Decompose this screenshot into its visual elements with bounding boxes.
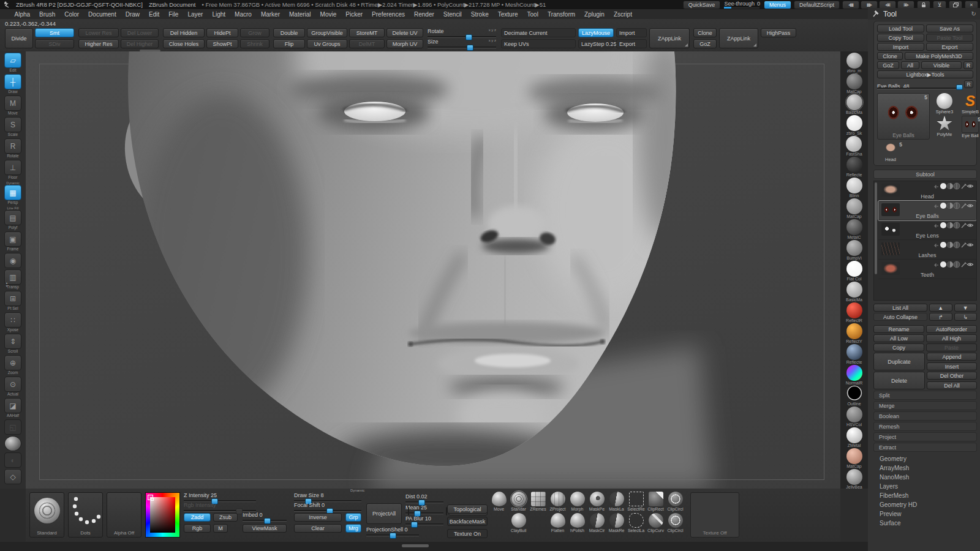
auto-collapse-toggle[interactable]: Auto Collapse (873, 313, 927, 321)
higher-res-button[interactable]: Higher Res (78, 39, 119, 48)
zapplink-button[interactable]: ZAppLink (649, 28, 690, 48)
left-tool-button[interactable]: ◉ (3, 253, 23, 268)
paste-tool-button[interactable]: Paste Tool (926, 34, 973, 42)
material-swatch[interactable]: BasicMa (846, 282, 862, 302)
decimate-current-button[interactable]: Decimate Current (501, 28, 576, 37)
document-canvas[interactable] (26, 51, 840, 489)
menu-item[interactable]: Movie (315, 11, 341, 18)
mrg-toggle[interactable]: Mrg (345, 524, 361, 533)
move-subtool-down-button[interactable]: ▼ (954, 304, 978, 312)
sdiv-slider[interactable]: SDiv (35, 39, 74, 48)
zsub-toggle[interactable]: Zsub (213, 513, 238, 522)
left-tool-button[interactable]: ⊕ Zoom (3, 355, 23, 375)
quicksave-button[interactable]: QuickSave (683, 1, 721, 9)
tool-item-simplebrush[interactable]: SimpleB (958, 93, 980, 114)
brush-item[interactable]: Morph (568, 492, 586, 512)
brush-item[interactable]: ClipCurv (647, 513, 665, 533)
tool-item-eyeball[interactable]: 5Eye Ball (958, 116, 980, 138)
material-swatch[interactable]: ZMetal (846, 427, 862, 448)
subtool-toggle-icons[interactable] (933, 182, 974, 190)
material-swatch[interactable]: BumpVi (846, 240, 862, 261)
palette-section-header[interactable]: NanoMesh (873, 473, 977, 482)
brush-item[interactable]: ZRemes (529, 492, 547, 512)
paste-subtool-button[interactable]: Paste (926, 343, 977, 351)
subtool-subsection-header[interactable]: Project (873, 432, 977, 441)
del-all-button[interactable]: Del All (927, 381, 977, 389)
brush-item[interactable]: Move (490, 492, 508, 512)
double-toggle[interactable]: Double (273, 28, 305, 37)
menu-item[interactable]: Picker (341, 11, 368, 18)
left-tool-button[interactable]: ▣ Frame (3, 231, 23, 252)
material-swatch[interactable]: NormalR (846, 365, 863, 386)
tool-item-sphere3d[interactable]: Sphere3 (932, 93, 957, 114)
left-tool-button[interactable]: ⇕ Scroll (3, 334, 23, 354)
material-swatch[interactable]: ReflectR (846, 302, 862, 323)
pa-blur-handle[interactable] (411, 522, 418, 528)
clone-button[interactable]: Clone (693, 28, 717, 37)
palette-section-header[interactable]: Preview (873, 509, 977, 519)
material-swatch[interactable]: MatCap (846, 198, 862, 219)
palette-section-header[interactable]: Geometry HD (873, 500, 977, 509)
export-button[interactable]: Export (616, 39, 647, 48)
menu-item[interactable]: Render (410, 11, 439, 18)
brush-item[interactable] (490, 513, 508, 533)
subtool-row[interactable]: Lashes (878, 240, 976, 260)
current-alpha-thumbnail[interactable]: Alpha Off (107, 492, 141, 538)
sculpt-head-3d-model[interactable] (26, 51, 840, 489)
copy-tool-button[interactable]: Copy Tool (877, 34, 924, 42)
inverse-toggle[interactable]: Inverse (294, 513, 342, 522)
grp-toggle[interactable]: Grp (345, 513, 361, 522)
texture-off-thumbnail[interactable]: Texture Off (690, 492, 739, 538)
backfacemask-toggle[interactable]: BackfaceMask (447, 517, 488, 526)
del-lower-button[interactable]: Del Lower (121, 28, 159, 37)
menu-item[interactable]: Stroke (466, 11, 493, 18)
texture-on-toggle[interactable]: Texture On (447, 529, 488, 538)
highpass-button[interactable]: HighPass (761, 28, 796, 37)
left-tool-button[interactable]: ◇ (3, 469, 23, 484)
palette-section-header[interactable]: Geometry (873, 454, 977, 463)
draw-size-slider[interactable]: Draw Size 8 (294, 492, 361, 501)
insert-button[interactable]: Insert (927, 362, 977, 370)
see-through-slider[interactable]: See-through 0 (723, 1, 761, 9)
delete-button[interactable]: Delete (873, 372, 925, 389)
brush-item[interactable]: SelectRe (627, 492, 645, 512)
subtool-toggle-icons[interactable] (933, 261, 974, 268)
all-low-button[interactable]: All Low (873, 334, 924, 342)
projectionshell-slider[interactable]: ProjectionShell 0 (366, 527, 419, 536)
left-tool-button[interactable]: ⊙ Actual (3, 377, 23, 397)
left-tool-button[interactable]: ◪ AAHalf (3, 398, 23, 418)
nav-icon-button[interactable]: ◂▮▮ (842, 1, 859, 9)
palette-section-header[interactable]: ArrayMesh (873, 463, 977, 473)
material-swatch[interactable]: zbro_m (846, 53, 862, 73)
slider-r-button[interactable]: R (964, 80, 973, 88)
copy-subtool-button[interactable]: Copy (873, 343, 924, 351)
eyeballs-resolution-slider[interactable]: Eye Balls. 48 R (877, 80, 973, 90)
slider-handle[interactable] (956, 84, 963, 90)
imbed-slider[interactable]: Imbed 0 (243, 512, 287, 521)
left-tool-button[interactable]: R Rotate (3, 138, 23, 159)
size-slider[interactable]: Sizex y z (428, 39, 496, 48)
save-as-button[interactable]: Save As (926, 24, 973, 32)
subtool-section-header[interactable]: Subtool (873, 170, 977, 179)
brush-item[interactable]: MaskCir (588, 513, 606, 533)
lower-res-button[interactable]: Lower Res (78, 28, 119, 37)
material-swatch[interactable]: BasicMa (846, 94, 862, 115)
close-holes-button[interactable]: Close Holes (163, 39, 205, 48)
rename-button[interactable]: Rename (873, 325, 924, 333)
extract-in-button[interactable]: ↳ (954, 313, 978, 321)
goz-r-button[interactable]: R (963, 61, 973, 69)
subtool-toggle-icons[interactable] (933, 222, 974, 229)
list-all-button[interactable]: List All (873, 304, 927, 312)
color-picker[interactable] (145, 492, 180, 538)
brush-item[interactable]: Standar (510, 492, 527, 512)
material-swatch[interactable]: MetalC (846, 219, 862, 240)
viewmask-toggle[interactable]: ViewMask (243, 524, 287, 533)
clone-button[interactable]: Clone (877, 52, 903, 60)
uv-groups-button[interactable]: Uv Groups (307, 39, 347, 48)
subtool-toggle-icons[interactable] (933, 202, 974, 209)
timeline-scroll-nub[interactable] (402, 544, 429, 547)
brush-item[interactable]: MaskLa (608, 492, 625, 512)
material-swatch[interactable]: ReflectY (846, 323, 862, 344)
import-button[interactable]: Import (616, 28, 647, 37)
subtool-row[interactable]: Eye Balls (878, 201, 976, 220)
